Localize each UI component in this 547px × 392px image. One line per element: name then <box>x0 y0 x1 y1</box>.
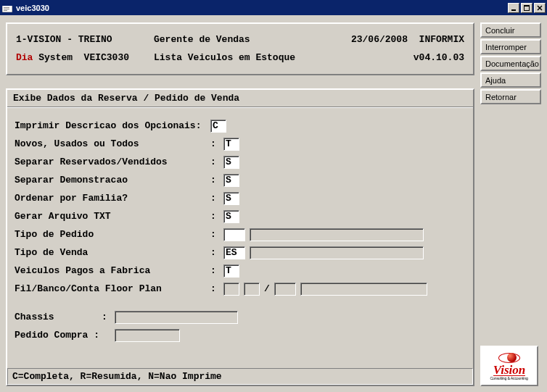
documentacao-button[interactable]: Documentação <box>480 56 541 71</box>
label-pagos-fabrica: Veiculos Pagos a Fabrica <box>15 262 210 280</box>
label-familia: Ordenar por Familia? <box>15 189 210 208</box>
logo-text: Vision <box>493 364 525 376</box>
input-conta[interactable] <box>274 283 296 296</box>
input-pagos-fabrica[interactable]: T <box>223 264 239 278</box>
svg-rect-2 <box>4 7 9 8</box>
db-label: INFORMIX <box>419 34 464 45</box>
vision-logo: Vision Consulting & Accounting <box>480 346 538 386</box>
date-label: 23/06/2008 <box>351 34 408 45</box>
form-subheader: Exibe Dados da Reserva / Pedido de Venda <box>7 90 473 107</box>
input-demonstracao[interactable]: S <box>223 174 239 187</box>
svg-rect-7 <box>524 5 530 7</box>
status-hint: C=Completa, R=Resumida, N=Nao Imprime <box>7 368 473 385</box>
app-icon <box>1 2 13 14</box>
label-novos-usados: Novos, Usados ou Todos <box>15 135 210 154</box>
input-txt[interactable]: S <box>223 210 239 223</box>
title-bar: veic3030 <box>0 0 547 15</box>
logo-subtext: Consulting & Accounting <box>490 376 528 380</box>
label-demonstracao: Separar Demonstracao <box>15 171 210 190</box>
label-chassis: Chassis <box>15 308 102 327</box>
input-tipo-pedido[interactable] <box>223 228 245 241</box>
svg-rect-1 <box>2 4 12 6</box>
ajuda-button[interactable]: Ajuda <box>480 72 541 88</box>
input-pedido-compra[interactable] <box>115 329 180 342</box>
input-fil[interactable] <box>223 283 239 296</box>
input-novos-usados[interactable]: T <box>223 138 239 151</box>
slash-separator: / <box>264 280 270 299</box>
label-floor-plan: Fil/Banco/Conta Floor Plan <box>15 280 210 299</box>
label-tipo-pedido: Tipo de Pedido <box>15 225 210 244</box>
version-label: v04.10.03 <box>414 49 464 67</box>
input-familia[interactable]: S <box>223 192 239 205</box>
minimize-button[interactable] <box>508 3 519 13</box>
form-panel: Exibe Dados da Reserva / Pedido de Venda… <box>6 88 474 386</box>
maximize-button[interactable] <box>521 3 532 13</box>
input-chassis[interactable] <box>115 311 238 324</box>
dia-label: Dia <box>16 52 33 63</box>
retornar-button[interactable]: Retornar <box>480 89 541 104</box>
input-floor-plan-desc <box>300 283 427 296</box>
label-pedido-compra: Pedido Compra : <box>15 326 102 345</box>
label-reservados: Separar Reservados/Vendidos <box>15 153 210 172</box>
input-tipo-venda[interactable]: ES <box>223 246 245 259</box>
concluir-button[interactable]: Concluir <box>480 22 541 38</box>
window-title: veic3030 <box>16 4 508 12</box>
header-panel: 1-VISION - TREINO Gerente de Vendas 23/0… <box>6 22 474 75</box>
input-opcionais[interactable]: C <box>210 120 226 133</box>
svg-rect-5 <box>511 9 516 11</box>
input-reservados[interactable]: S <box>223 156 239 169</box>
interromper-button[interactable]: Interromper <box>480 39 541 54</box>
close-button[interactable] <box>534 3 546 13</box>
role-label: Gerente de Vendas <box>154 31 351 49</box>
input-tipo-pedido-desc <box>250 228 424 241</box>
label-txt: Gerar Arquivo TXT <box>15 207 210 226</box>
screen-title: Lista Veiculos em Estoque <box>154 49 414 67</box>
input-tipo-venda-desc <box>250 246 424 259</box>
system-id: 1-VISION - TREINO <box>16 31 154 49</box>
input-banco[interactable] <box>244 283 260 296</box>
program-label: System VEIC3030 <box>33 52 129 63</box>
svg-rect-3 <box>4 9 9 9</box>
eye-icon <box>498 351 520 364</box>
label-tipo-venda: Tipo de Venda <box>15 243 210 262</box>
svg-rect-4 <box>4 10 7 11</box>
label-opcionais: Imprimir Descricao dos Opcionais: <box>15 117 210 135</box>
